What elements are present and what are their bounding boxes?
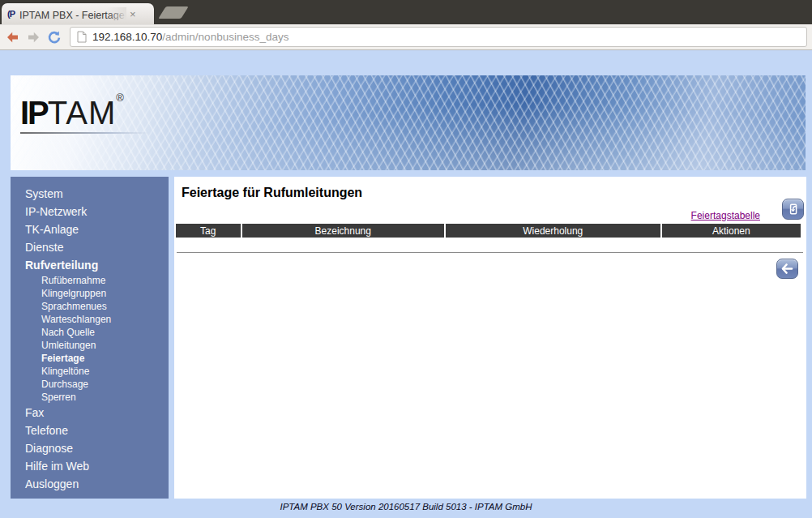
sidebar-subitem-durchsage[interactable]: Durchsage: [11, 378, 169, 391]
iptam-logo: IPTAM®: [20, 79, 150, 134]
holidays-table: Tag Bezeichnung Wiederholung Aktionen: [174, 224, 802, 238]
sidebar-subitem-warteschlangen[interactable]: Warteschlangen: [11, 313, 169, 326]
browser-chrome: (P IPTAM PBX - Feiertage ×: [0, 0, 812, 50]
column-header-tag: Tag: [176, 224, 241, 238]
table-header-row: Tag Bezeichnung Wiederholung Aktionen: [176, 224, 801, 238]
feiertagstabelle-button[interactable]: [782, 199, 804, 220]
url-path: /admin/nonbusiness_days: [162, 31, 288, 43]
arrow-into-document-icon: [787, 203, 800, 216]
divider: [177, 252, 803, 253]
new-tab-button[interactable]: [158, 6, 188, 19]
column-header-bezeichnung: Bezeichnung: [242, 224, 444, 238]
sidebar-item-rufverteilung[interactable]: Rufverteilung: [11, 256, 169, 274]
sidebar-item-hilfe-im-web[interactable]: Hilfe im Web: [11, 457, 169, 475]
url-bar[interactable]: 192.168.10.70/admin/nonbusiness_days: [70, 27, 807, 47]
left-arrow-icon: [781, 263, 793, 274]
header-banner: IPTAM®: [11, 75, 806, 170]
sidebar-submenu-rufverteilung: Rufübernahme Klingelgruppen Sprachmenues…: [11, 274, 169, 404]
sidebar: System IP-Netzwerk TK-Anlage Dienste Ruf…: [11, 177, 169, 499]
favicon-icon: (P: [7, 9, 15, 19]
sidebar-subitem-feiertage[interactable]: Feiertage: [11, 352, 169, 365]
sidebar-item-ip-netzwerk[interactable]: IP-Netzwerk: [11, 203, 169, 220]
sidebar-item-telefone[interactable]: Telefone: [11, 422, 169, 439]
sidebar-item-system[interactable]: System: [11, 185, 169, 203]
sidebar-subitem-klingelgruppen[interactable]: Klingelgruppen: [11, 287, 169, 300]
logo-ip: IP: [20, 95, 48, 131]
column-header-aktionen: Aktionen: [662, 224, 801, 238]
main-content: Feiertage für Rufumleitungen Feiertagsta…: [174, 177, 806, 499]
tab-close-icon[interactable]: ×: [130, 9, 136, 19]
tab-title: IPTAM PBX - Feiertage: [19, 10, 125, 20]
logo-text: IPTAM®: [20, 79, 150, 131]
browser-tab[interactable]: (P IPTAM PBX - Feiertage ×: [2, 3, 154, 24]
sidebar-item-dienste[interactable]: Dienste: [11, 238, 169, 256]
logo-underline: [20, 132, 150, 134]
page-doc-icon: [77, 31, 87, 43]
sidebar-subitem-rufuebernahme[interactable]: Rufübernahme: [11, 274, 169, 287]
back-nav-icon[interactable]: [2, 27, 23, 48]
browser-toolbar: 192.168.10.70/admin/nonbusiness_days: [0, 24, 812, 50]
feiertagstabelle-link[interactable]: Feiertagstabelle: [691, 210, 760, 221]
sidebar-item-tk-anlage[interactable]: TK-Anlage: [11, 220, 169, 238]
sidebar-subitem-sperren[interactable]: Sperren: [11, 391, 169, 404]
url-host: 192.168.10.70: [92, 31, 162, 43]
column-header-wiederholung: Wiederholung: [446, 224, 660, 238]
sidebar-item-ausloggen[interactable]: Ausloggen: [11, 475, 169, 493]
page: IPTAM® System IP-Netzwerk TK-Anlage Dien…: [0, 50, 812, 518]
forward-nav-icon[interactable]: [23, 27, 44, 48]
page-title: Feiertage für Rufumleitungen: [182, 186, 362, 200]
back-button[interactable]: [776, 259, 798, 279]
tab-title-wrap: IPTAM PBX - Feiertage: [19, 7, 126, 20]
registered-mark: ®: [116, 92, 124, 104]
sidebar-subitem-nach-quelle[interactable]: Nach Quelle: [11, 326, 169, 339]
content-header: Feiertage für Rufumleitungen Feiertagsta…: [174, 177, 806, 224]
reload-icon[interactable]: [44, 27, 65, 48]
sidebar-subitem-sprachmenues[interactable]: Sprachmenues: [11, 300, 169, 313]
tab-strip: (P IPTAM PBX - Feiertage ×: [0, 0, 812, 24]
footer-version-text: IPTAM PBX 50 Version 20160517 Build 5013…: [0, 502, 812, 516]
logo-tam: TAM: [48, 95, 116, 131]
sidebar-subitem-klingeltoene[interactable]: Klingeltöne: [11, 365, 169, 378]
sidebar-item-diagnose[interactable]: Diagnose: [11, 439, 169, 457]
sidebar-item-fax[interactable]: Fax: [11, 404, 169, 422]
sidebar-subitem-umleitungen[interactable]: Umleitungen: [11, 339, 169, 352]
